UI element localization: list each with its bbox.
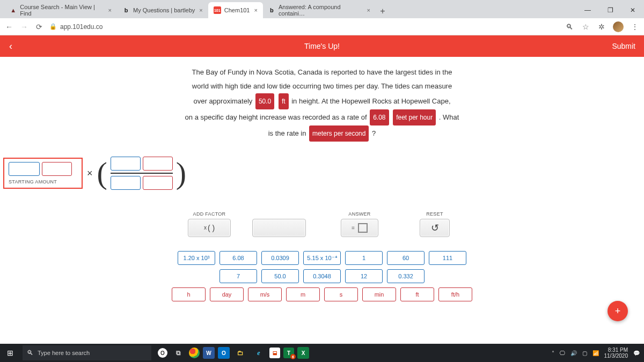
close-icon[interactable]: ×	[367, 7, 370, 13]
extensions-icon[interactable]: ✲	[597, 22, 606, 32]
value-key[interactable]: 111	[429, 251, 466, 265]
value-key[interactable]: 7	[219, 269, 257, 283]
taskbar-search[interactable]: 🔍︎ Type here to search	[23, 345, 151, 360]
add-fab[interactable]: +	[608, 301, 628, 321]
unit-chip: feet per hour	[393, 109, 436, 125]
problem-line: The Bay of Fundy in Nova Scotia, Canada …	[192, 68, 452, 76]
start-button[interactable]: ⊞	[0, 344, 20, 362]
value-key[interactable]: 1.20 x 10³	[178, 251, 215, 265]
unit-key[interactable]: s	[324, 287, 358, 301]
denominator-unit-slot[interactable]	[143, 176, 173, 190]
store-icon[interactable]: ⬓	[269, 348, 280, 358]
reload-icon[interactable]: ⟳	[34, 22, 44, 32]
problem-line: in height. At the Hopewell Rocks at Hope…	[291, 97, 450, 105]
reset-button[interactable]: ↺	[420, 219, 450, 237]
tab-bartleby-answered[interactable]: b Answered: A compound containi… ×	[263, 2, 376, 18]
blank-button[interactable]	[252, 219, 306, 237]
value-key[interactable]: 0.332	[387, 269, 425, 283]
numerator-value-slot[interactable]	[111, 157, 141, 171]
tray-battery-icon[interactable]: ▢	[582, 350, 587, 356]
value-chip: 6.08	[370, 109, 389, 125]
unit-key[interactable]: m	[286, 287, 320, 301]
tray-display-icon[interactable]: 🖵	[560, 350, 565, 356]
tab-course-search[interactable]: ▲ Course Search - Main View | Find ×	[4, 2, 117, 18]
excel-icon[interactable]: X	[297, 347, 309, 359]
unit-key[interactable]: h	[172, 287, 206, 301]
unit-key[interactable]: ft/h	[438, 287, 472, 301]
unit-key[interactable]: m/s	[248, 287, 282, 301]
close-icon[interactable]: ×	[254, 7, 258, 13]
tabstrip: ▲ Course Search - Main View | Find × b M…	[0, 0, 644, 18]
value-key[interactable]: 1	[345, 251, 383, 265]
value-key[interactable]: 5.15 x 10⁻⁴	[303, 251, 341, 265]
value-key[interactable]: 50.0	[261, 269, 299, 283]
unit-key[interactable]: min	[362, 287, 396, 301]
search-icon[interactable]: 🔍︎	[565, 22, 574, 32]
cortana-icon[interactable]: O	[158, 348, 167, 358]
chrome-icon[interactable]	[189, 348, 200, 358]
problem-line: on a specific day height increase was re…	[185, 113, 369, 121]
unit-key[interactable]: ft	[400, 287, 434, 301]
problem-line: world with high tide and low tide occurr…	[192, 82, 452, 90]
close-icon[interactable]: ×	[199, 7, 202, 13]
back-icon[interactable]: ←	[4, 22, 14, 32]
answer-control: ANSWER =	[327, 211, 392, 237]
avatar[interactable]	[613, 21, 624, 32]
value-key[interactable]: 6.08	[219, 251, 257, 265]
denominator-value-slot[interactable]	[111, 176, 141, 190]
teams-icon[interactable]: T	[283, 348, 294, 358]
unit-chip: ft	[279, 93, 289, 109]
tab-label: My Questions | bartleby	[133, 7, 195, 13]
starting-amount-box[interactable]: STARTING AMOUNT	[3, 158, 83, 189]
tab-chem101[interactable]: 101 Chem101 ×	[208, 2, 263, 18]
unit-key[interactable]: day	[210, 287, 244, 301]
unit-slot[interactable]	[42, 162, 72, 176]
problem-line: ?	[372, 129, 376, 137]
add-factor-button[interactable]: x ( )	[188, 219, 231, 237]
conversion-factor[interactable]	[107, 154, 176, 192]
taskbar-clock[interactable]: 8:31 PM 11/3/2020	[604, 347, 628, 359]
new-tab-button[interactable]: +	[376, 4, 390, 18]
value-key[interactable]: 60	[387, 251, 425, 265]
close-window-icon[interactable]: ✕	[621, 2, 644, 18]
tray-chevron-icon[interactable]: ˄	[552, 350, 554, 356]
value-key[interactable]: 0.0309	[261, 251, 299, 265]
edge-icon[interactable]: e	[251, 345, 266, 360]
notifications-icon[interactable]: 💬	[633, 350, 640, 356]
word-icon[interactable]: W	[203, 347, 215, 359]
keypad-row: 750.00.3048120.332	[172, 269, 472, 283]
clock-time: 8:31 PM	[608, 347, 628, 353]
tray-volume-icon[interactable]: 🔊	[570, 350, 577, 356]
star-icon[interactable]: ☆	[581, 22, 590, 32]
header-back-icon[interactable]: ‹	[0, 41, 21, 52]
submit-button[interactable]: Submit	[612, 42, 635, 50]
value-slot[interactable]	[9, 162, 40, 176]
address-bar: ← → ⟳ 🔒 app.101edu.co 🔍︎ ☆ ✲ ⋮	[0, 18, 644, 35]
work-row: STARTING AMOUNT × ( )	[3, 154, 644, 192]
restore-icon[interactable]: ❐	[599, 2, 621, 18]
explorer-icon[interactable]: 🗀	[233, 345, 248, 360]
minimize-icon[interactable]: ―	[576, 2, 599, 18]
b-icon: b	[122, 6, 130, 14]
window-controls: ― ❐ ✕	[576, 2, 644, 18]
tray-wifi-icon[interactable]: 📶	[592, 350, 599, 356]
value-key[interactable]: 0.3048	[303, 269, 341, 283]
value-key[interactable]: 12	[345, 269, 383, 283]
paren-icon: ( )	[208, 224, 215, 232]
undo-icon: ↺	[431, 222, 439, 234]
answer-button[interactable]: =	[341, 219, 378, 237]
menu-icon[interactable]: ⋮	[630, 22, 640, 32]
page-title: Time's Up!	[304, 42, 340, 50]
forward-icon[interactable]: →	[19, 22, 29, 32]
reset-label: RESET	[402, 211, 467, 217]
b-icon: b	[268, 6, 275, 14]
search-icon: 🔍︎	[27, 349, 33, 357]
close-icon[interactable]: ×	[108, 7, 112, 13]
answer-label: ANSWER	[327, 211, 392, 217]
outlook-icon[interactable]: O	[218, 347, 230, 359]
taskbar-apps: O ⧉ W O 🗀 e ⬓ T X	[158, 345, 309, 360]
numerator-unit-slot[interactable]	[143, 157, 173, 171]
tab-bartleby[interactable]: b My Questions | bartleby ×	[117, 2, 208, 18]
taskview-icon[interactable]: ⧉	[171, 345, 186, 360]
url-box[interactable]: 🔒 app.101edu.co	[49, 23, 559, 31]
